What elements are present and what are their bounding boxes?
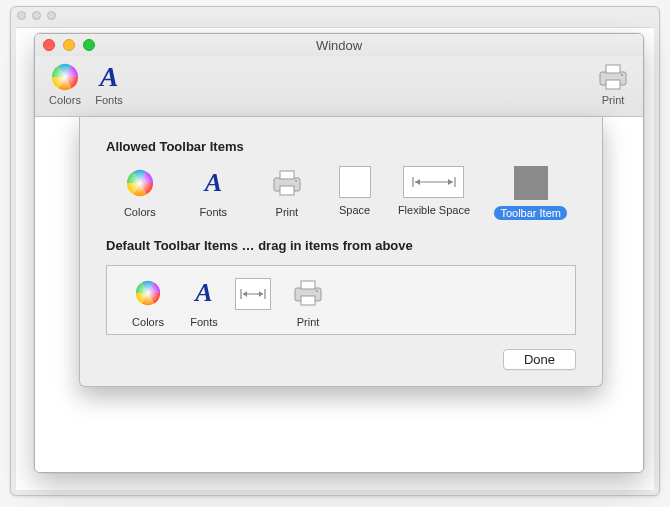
- svg-marker-19: [243, 291, 247, 297]
- svg-rect-22: [301, 281, 315, 289]
- default-flex-label: [251, 316, 254, 328]
- svg-marker-14: [448, 179, 453, 185]
- toolbar-colors-label: Colors: [49, 94, 81, 106]
- toolbar-print-label: Print: [602, 94, 625, 106]
- default-colors-label: Colors: [132, 316, 164, 328]
- printer-icon: [595, 60, 631, 94]
- svg-rect-2: [606, 65, 620, 73]
- svg-marker-13: [415, 179, 420, 185]
- fonts-icon: A: [91, 60, 127, 94]
- default-print-label: Print: [297, 316, 320, 328]
- allowed-item-print[interactable]: Print: [253, 166, 321, 218]
- svg-point-9: [295, 180, 297, 182]
- allowed-colors-label: Colors: [124, 206, 156, 218]
- toolbar-colors-button[interactable]: Colors: [47, 60, 83, 106]
- allowed-toolbar-item-label: Toolbar Item: [494, 206, 567, 220]
- printer-icon: [270, 166, 304, 200]
- customize-toolbar-sheet: Allowed Toolbar Items: [79, 117, 603, 387]
- flexible-space-icon: [235, 278, 271, 310]
- svg-point-15: [136, 281, 160, 305]
- window-toolbar: Colors A Fonts Pr: [35, 56, 643, 117]
- svg-rect-7: [280, 171, 294, 179]
- zoom-icon[interactable]: [83, 39, 95, 51]
- allowed-item-fonts[interactable]: A Fonts: [180, 166, 248, 218]
- toolbar-fonts-button[interactable]: A Fonts: [91, 60, 127, 106]
- traffic-dot-inactive: [47, 11, 56, 20]
- svg-point-24: [316, 290, 318, 292]
- minimize-icon[interactable]: [63, 39, 75, 51]
- default-heading: Default Toolbar Items … drag in items fr…: [106, 238, 576, 253]
- default-fonts-label: Fonts: [190, 316, 218, 328]
- close-icon[interactable]: [43, 39, 55, 51]
- svg-rect-3: [606, 80, 620, 89]
- svg-rect-23: [301, 296, 315, 305]
- allowed-item-space[interactable]: Space: [327, 166, 383, 216]
- svg-point-0: [52, 64, 78, 90]
- color-wheel-icon: [131, 276, 165, 310]
- allowed-heading: Allowed Toolbar Items: [106, 139, 576, 154]
- allowed-print-label: Print: [276, 206, 299, 218]
- allowed-fonts-label: Fonts: [200, 206, 228, 218]
- allowed-item-flexible-space[interactable]: Flexible Space: [389, 166, 480, 216]
- sheet-buttons: Done: [106, 349, 576, 370]
- default-items-container[interactable]: Colors A Fonts: [106, 265, 576, 335]
- allowed-item-toolbar-item[interactable]: Toolbar Item: [485, 166, 576, 220]
- traffic-dot-inactive: [32, 11, 41, 20]
- designer-titlebar: [11, 7, 659, 27]
- default-item-colors[interactable]: Colors: [117, 276, 179, 328]
- default-item-flexible-space[interactable]: [229, 278, 277, 328]
- window-title: Window: [316, 38, 362, 53]
- allowed-items-row: Colors A Fonts: [106, 166, 576, 220]
- svg-marker-20: [259, 291, 263, 297]
- color-wheel-icon: [123, 166, 157, 200]
- svg-point-4: [621, 74, 623, 76]
- app-titlebar[interactable]: Window: [35, 34, 643, 56]
- toolbar-fonts-label: Fonts: [95, 94, 123, 106]
- space-icon: [339, 166, 371, 198]
- traffic-dot-inactive: [17, 11, 26, 20]
- toolbar-print-button[interactable]: Print: [595, 60, 631, 106]
- designer-canvas: Window: [16, 27, 654, 490]
- svg-point-5: [127, 170, 153, 196]
- placeholder-icon: [514, 166, 548, 200]
- done-button[interactable]: Done: [503, 349, 576, 370]
- allowed-flexible-space-label: Flexible Space: [398, 204, 470, 216]
- designer-window: Window: [10, 6, 660, 496]
- fonts-icon: A: [187, 276, 221, 310]
- designer-traffic-lights: [17, 11, 56, 20]
- svg-rect-8: [280, 186, 294, 195]
- printer-icon: [291, 276, 325, 310]
- allowed-space-label: Space: [339, 204, 370, 216]
- traffic-lights: [43, 39, 95, 51]
- allowed-item-colors[interactable]: Colors: [106, 166, 174, 218]
- flexible-space-icon: [403, 166, 464, 198]
- color-wheel-icon: [47, 60, 83, 94]
- default-item-print[interactable]: Print: [277, 276, 339, 328]
- window-content: Allowed Toolbar Items: [35, 117, 643, 472]
- fonts-icon: A: [196, 166, 230, 200]
- default-item-fonts[interactable]: A Fonts: [179, 276, 229, 328]
- app-window: Window: [34, 33, 644, 473]
